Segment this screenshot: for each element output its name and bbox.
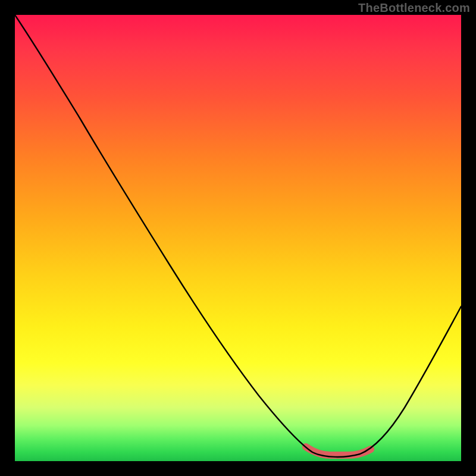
curve-svg <box>15 15 461 461</box>
bottleneck-curve <box>15 15 461 457</box>
chart-frame: TheBottleneck.com <box>0 0 476 476</box>
plot-area <box>15 15 461 461</box>
watermark-text: TheBottleneck.com <box>358 1 470 15</box>
